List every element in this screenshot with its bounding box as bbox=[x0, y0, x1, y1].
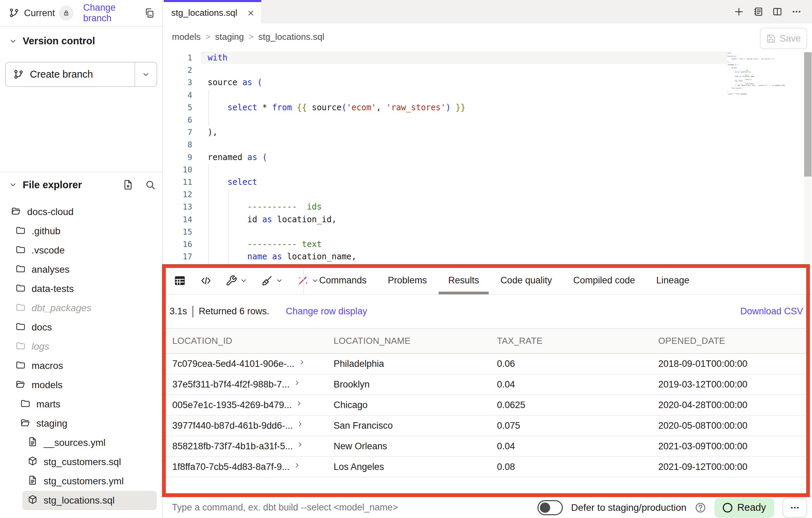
column-header-location_name[interactable]: LOCATION_NAME bbox=[334, 336, 497, 346]
code-line-11[interactable]: 11 select bbox=[164, 176, 812, 188]
tree-item-stg-customers-sql[interactable]: stg_customers.sql bbox=[0, 452, 162, 472]
expand-cell-icon[interactable] bbox=[294, 380, 300, 386]
notebook-icon[interactable] bbox=[753, 7, 763, 17]
save-button[interactable]: Save bbox=[760, 28, 807, 49]
defer-label: Defer to staging/production bbox=[571, 502, 686, 513]
tree-item-label: stg_locations.sql bbox=[44, 495, 115, 506]
code-line-7[interactable]: 7), bbox=[164, 126, 812, 138]
expand-cell-icon[interactable] bbox=[297, 441, 303, 448]
tree-item-logs[interactable]: logs bbox=[0, 337, 162, 356]
tree-item-label: .github bbox=[32, 226, 60, 237]
cell-tax-rate: 0.04 bbox=[497, 379, 658, 390]
cell-location-name: New Orleans bbox=[334, 441, 497, 452]
breadcrumb-item[interactable]: stg_locations.sql bbox=[258, 32, 324, 42]
code-line-6[interactable]: 6 bbox=[164, 114, 812, 126]
tree-item-stg-locations-sql[interactable]: stg_locations.sql bbox=[22, 491, 157, 510]
code-line-12[interactable]: 12 bbox=[164, 188, 812, 201]
tree-item-dbt-packages[interactable]: dbt_packages bbox=[0, 299, 162, 318]
wrench-button[interactable] bbox=[225, 275, 247, 286]
cell-location-id: 37e5f311-b7f4-4f2f-988b-7... bbox=[172, 379, 290, 390]
table-row[interactable]: 3977f440-b87d-461b-9dd6-... San Francisc… bbox=[164, 416, 810, 436]
panel-tab-results[interactable]: Results bbox=[448, 267, 479, 294]
minimap[interactable]: with source as ( select * from {{ source… bbox=[728, 53, 805, 142]
close-icon[interactable] bbox=[247, 9, 255, 17]
ellipsis-icon[interactable] bbox=[791, 7, 802, 17]
tree-item--vscode[interactable]: .vscode bbox=[0, 241, 162, 260]
defer-toggle[interactable] bbox=[537, 500, 563, 515]
editor-scrollbar[interactable] bbox=[804, 52, 812, 266]
search-icon[interactable] bbox=[145, 180, 155, 190]
tree-item--sources-yml[interactable]: __sources.yml bbox=[0, 433, 162, 452]
tree-item-docs[interactable]: docs bbox=[0, 318, 162, 337]
tree-item-marts[interactable]: marts bbox=[0, 395, 162, 414]
code-line-17[interactable]: 17 name as location_name, bbox=[164, 250, 812, 263]
create-branch-button[interactable]: Create branch bbox=[5, 62, 157, 87]
panel-tab-problems[interactable]: Problems bbox=[388, 267, 427, 294]
plus-icon[interactable] bbox=[734, 7, 744, 17]
tree-item--github[interactable]: .github bbox=[0, 222, 162, 241]
new-file-icon[interactable] bbox=[123, 179, 134, 190]
code-line-5[interactable]: 5 select * from {{ source('ecom', 'raw_s… bbox=[164, 101, 812, 114]
breadcrumb-item[interactable]: models bbox=[172, 32, 201, 42]
expand-cell-icon[interactable] bbox=[296, 400, 302, 407]
table-grid-button[interactable] bbox=[173, 274, 186, 287]
table-header-row: LOCATION_IDLOCATION_NAMETAX_RATEOPENED_D… bbox=[164, 329, 810, 354]
code-line-9[interactable]: 9renamed as ( bbox=[164, 151, 812, 164]
tree-item-stg-customers-yml[interactable]: stg_customers.yml bbox=[0, 472, 162, 491]
expand-cell-icon[interactable] bbox=[297, 421, 303, 427]
cell-opened-date: 2018-09-01T00:00:00 bbox=[658, 359, 810, 369]
version-control-header[interactable]: Version control bbox=[9, 35, 95, 47]
breadcrumb-item[interactable]: staging bbox=[215, 32, 244, 42]
table-row[interactable]: 37e5f311-b7f4-4f2f-988b-7... Brooklyn 0.… bbox=[164, 374, 810, 395]
cell-opened-date: 2021-03-09T00:00:00 bbox=[658, 441, 810, 452]
tab-stg-locations[interactable]: stg_locations.sql bbox=[164, 0, 262, 24]
ready-status-badge[interactable]: Ready bbox=[715, 498, 774, 518]
table-row[interactable]: 1f8ffa70-7cb5-4d83-8a7f-9... Los Angeles… bbox=[164, 457, 810, 477]
tree-item-macros[interactable]: macros bbox=[0, 356, 162, 375]
change-branch-link[interactable]: Change branch bbox=[83, 2, 144, 24]
column-header-opened_date[interactable]: OPENED_DATE bbox=[658, 336, 810, 346]
code-editor[interactable]: 1with2 3source as (4 5 select * from {{ … bbox=[164, 52, 812, 266]
tree-item-staging[interactable]: staging bbox=[0, 414, 162, 433]
panel-tab-code-quality[interactable]: Code quality bbox=[500, 267, 552, 294]
column-header-location_id[interactable]: LOCATION_ID bbox=[172, 336, 334, 346]
code-line-3[interactable]: 3source as ( bbox=[164, 76, 812, 89]
cell-location-id: 858218fb-73f7-4b1b-a31f-5... bbox=[172, 441, 293, 452]
code-line-10[interactable]: 10 bbox=[164, 164, 812, 176]
code-line-2[interactable]: 2 bbox=[164, 64, 812, 76]
code-button[interactable] bbox=[200, 275, 212, 286]
panel-tab-commands[interactable]: Commands bbox=[319, 267, 367, 294]
file-explorer-header[interactable]: File explorer bbox=[9, 179, 155, 191]
tree-item-models[interactable]: models bbox=[0, 375, 162, 395]
table-row[interactable]: 7c079cea-5ed4-4101-906e-... Philadelphia… bbox=[164, 354, 810, 374]
expand-cell-icon[interactable] bbox=[294, 462, 300, 469]
code-line-14[interactable]: 14 id as location_id, bbox=[164, 213, 812, 225]
code-line-1[interactable]: 1with bbox=[164, 52, 812, 64]
tree-item-data-tests[interactable]: data-tests bbox=[0, 279, 162, 299]
copy-icon[interactable] bbox=[144, 8, 155, 19]
code-line-15[interactable]: 15 bbox=[164, 226, 812, 238]
column-header-tax_rate[interactable]: TAX_RATE bbox=[497, 336, 658, 346]
code-line-16[interactable]: 16 ---------- text bbox=[164, 238, 812, 250]
tree-item-analyses[interactable]: analyses bbox=[0, 260, 162, 279]
tree-item-docs-cloud[interactable]: docs-cloud bbox=[0, 202, 162, 222]
code-line-18[interactable]: 18 bbox=[164, 263, 812, 266]
line-number: 12 bbox=[164, 190, 192, 199]
code-line-8[interactable]: 8 bbox=[164, 138, 812, 151]
broom-button[interactable] bbox=[261, 275, 283, 286]
scrollbar-thumb[interactable] bbox=[804, 52, 812, 177]
table-row[interactable]: 858218fb-73f7-4b1b-a31f-5... New Orleans… bbox=[164, 436, 810, 457]
panel-tab-lineage[interactable]: Lineage bbox=[656, 267, 689, 294]
download-csv-link[interactable]: Download CSV bbox=[740, 306, 803, 317]
change-row-display-link[interactable]: Change row display bbox=[286, 306, 367, 317]
help-icon[interactable] bbox=[695, 502, 706, 514]
expand-cell-icon[interactable] bbox=[299, 359, 305, 365]
table-row[interactable]: 005e7e1c-1935-4269-b479... Chicago 0.062… bbox=[164, 395, 810, 416]
code-line-4[interactable]: 4 bbox=[164, 89, 812, 101]
command-input[interactable]: Type a command, ex. dbt build --select <… bbox=[172, 502, 537, 513]
split-view-icon[interactable] bbox=[772, 7, 782, 17]
create-branch-dropdown[interactable] bbox=[135, 63, 156, 86]
more-options-button[interactable] bbox=[782, 498, 807, 518]
code-line-13[interactable]: 13 ---------- ids bbox=[164, 201, 812, 213]
panel-tab-compiled-code[interactable]: Compiled code bbox=[573, 267, 635, 294]
